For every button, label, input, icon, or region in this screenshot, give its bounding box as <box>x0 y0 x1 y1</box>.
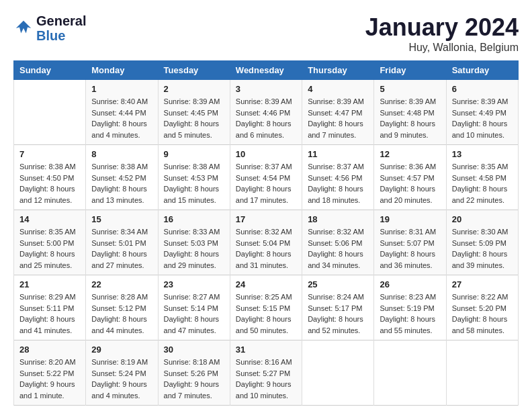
day-number: 10 <box>236 149 296 159</box>
day-cell: 14Sunrise: 8:35 AMSunset: 5:00 PMDayligh… <box>14 210 86 275</box>
day-info: Sunrise: 8:22 AMSunset: 5:20 PMDaylight:… <box>452 291 513 336</box>
day-number: 20 <box>452 214 513 224</box>
day-number: 11 <box>308 149 368 159</box>
week-row-1: 7Sunrise: 8:38 AMSunset: 4:50 PMDaylight… <box>14 145 519 210</box>
day-info: Sunrise: 8:29 AMSunset: 5:11 PMDaylight:… <box>19 291 80 336</box>
day-cell <box>374 340 446 406</box>
logo-text: General Blue <box>36 13 86 43</box>
day-cell: 1Sunrise: 8:40 AMSunset: 4:44 PMDaylight… <box>86 80 158 145</box>
day-number: 4 <box>308 84 368 94</box>
day-number: 31 <box>236 345 296 355</box>
day-cell: 23Sunrise: 8:27 AMSunset: 5:14 PMDayligh… <box>158 275 230 340</box>
page-header: General Blue January 2024 Huy, Wallonia,… <box>13 13 519 54</box>
day-number: 3 <box>236 84 296 94</box>
day-cell: 7Sunrise: 8:38 AMSunset: 4:50 PMDaylight… <box>14 145 86 210</box>
month-title: January 2024 <box>365 13 519 42</box>
day-cell: 3Sunrise: 8:39 AMSunset: 4:46 PMDaylight… <box>230 80 302 145</box>
day-cell: 9Sunrise: 8:38 AMSunset: 4:53 PMDaylight… <box>158 145 230 210</box>
day-info: Sunrise: 8:30 AMSunset: 5:09 PMDaylight:… <box>452 226 513 271</box>
day-cell: 21Sunrise: 8:29 AMSunset: 5:11 PMDayligh… <box>14 275 86 340</box>
day-info: Sunrise: 8:34 AMSunset: 5:01 PMDaylight:… <box>91 226 152 271</box>
day-cell: 24Sunrise: 8:25 AMSunset: 5:15 PMDayligh… <box>230 275 302 340</box>
day-info: Sunrise: 8:39 AMSunset: 4:49 PMDaylight:… <box>452 96 513 140</box>
day-info: Sunrise: 8:38 AMSunset: 4:53 PMDaylight:… <box>164 161 224 205</box>
day-info: Sunrise: 8:24 AMSunset: 5:17 PMDaylight:… <box>308 291 368 336</box>
week-row-2: 14Sunrise: 8:35 AMSunset: 5:00 PMDayligh… <box>14 210 519 275</box>
calendar-table: SundayMondayTuesdayWednesdayThursdayFrid… <box>13 60 519 406</box>
header-saturday: Saturday <box>446 61 518 80</box>
day-info: Sunrise: 8:35 AMSunset: 4:58 PMDaylight:… <box>452 161 513 205</box>
header-monday: Monday <box>86 61 158 80</box>
day-number: 18 <box>308 214 368 224</box>
day-number: 6 <box>452 84 513 94</box>
day-cell <box>446 340 518 406</box>
day-cell: 2Sunrise: 8:39 AMSunset: 4:45 PMDaylight… <box>158 80 230 145</box>
calendar-header-row: SundayMondayTuesdayWednesdayThursdayFrid… <box>14 61 519 80</box>
day-cell: 30Sunrise: 8:18 AMSunset: 5:26 PMDayligh… <box>158 340 230 406</box>
day-cell: 17Sunrise: 8:32 AMSunset: 5:04 PMDayligh… <box>230 210 302 275</box>
day-number: 27 <box>452 279 513 289</box>
day-cell: 10Sunrise: 8:37 AMSunset: 4:54 PMDayligh… <box>230 145 302 210</box>
day-number: 22 <box>91 279 152 289</box>
day-number: 21 <box>19 279 80 289</box>
header-wednesday: Wednesday <box>230 61 302 80</box>
day-number: 16 <box>164 214 224 224</box>
day-cell: 22Sunrise: 8:28 AMSunset: 5:12 PMDayligh… <box>86 275 158 340</box>
day-info: Sunrise: 8:37 AMSunset: 4:54 PMDaylight:… <box>236 161 296 205</box>
svg-marker-0 <box>16 21 32 34</box>
day-number: 8 <box>91 149 152 159</box>
day-cell: 19Sunrise: 8:31 AMSunset: 5:07 PMDayligh… <box>374 210 446 275</box>
day-cell: 8Sunrise: 8:38 AMSunset: 4:52 PMDaylight… <box>86 145 158 210</box>
day-info: Sunrise: 8:36 AMSunset: 4:57 PMDaylight:… <box>380 161 440 205</box>
title-block: January 2024 Huy, Wallonia, Belgium <box>365 13 519 54</box>
day-number: 9 <box>164 149 224 159</box>
day-cell: 16Sunrise: 8:33 AMSunset: 5:03 PMDayligh… <box>158 210 230 275</box>
day-cell: 20Sunrise: 8:30 AMSunset: 5:09 PMDayligh… <box>446 210 518 275</box>
day-info: Sunrise: 8:18 AMSunset: 5:26 PMDaylight:… <box>164 357 224 401</box>
day-cell: 27Sunrise: 8:22 AMSunset: 5:20 PMDayligh… <box>446 275 518 340</box>
day-cell <box>302 340 374 406</box>
week-row-0: 1Sunrise: 8:40 AMSunset: 4:44 PMDaylight… <box>14 80 519 145</box>
day-info: Sunrise: 8:33 AMSunset: 5:03 PMDaylight:… <box>164 226 224 271</box>
day-number: 7 <box>19 149 80 159</box>
day-number: 19 <box>380 214 440 224</box>
day-info: Sunrise: 8:35 AMSunset: 5:00 PMDaylight:… <box>19 226 80 271</box>
day-info: Sunrise: 8:19 AMSunset: 5:24 PMDaylight:… <box>91 357 152 401</box>
day-info: Sunrise: 8:31 AMSunset: 5:07 PMDaylight:… <box>380 226 440 271</box>
week-row-3: 21Sunrise: 8:29 AMSunset: 5:11 PMDayligh… <box>14 275 519 340</box>
logo: General Blue <box>13 13 86 43</box>
header-tuesday: Tuesday <box>158 61 230 80</box>
day-number: 1 <box>91 84 152 94</box>
day-number: 30 <box>164 345 224 355</box>
day-cell: 6Sunrise: 8:39 AMSunset: 4:49 PMDaylight… <box>446 80 518 145</box>
day-cell: 29Sunrise: 8:19 AMSunset: 5:24 PMDayligh… <box>86 340 158 406</box>
day-number: 2 <box>164 84 224 94</box>
day-info: Sunrise: 8:40 AMSunset: 4:44 PMDaylight:… <box>91 96 152 140</box>
day-info: Sunrise: 8:39 AMSunset: 4:47 PMDaylight:… <box>308 96 368 140</box>
day-number: 24 <box>236 279 296 289</box>
day-number: 28 <box>19 345 80 355</box>
day-cell: 18Sunrise: 8:32 AMSunset: 5:06 PMDayligh… <box>302 210 374 275</box>
day-info: Sunrise: 8:28 AMSunset: 5:12 PMDaylight:… <box>91 291 152 336</box>
day-info: Sunrise: 8:32 AMSunset: 5:04 PMDaylight:… <box>236 226 296 271</box>
day-number: 14 <box>19 214 80 224</box>
day-number: 15 <box>91 214 152 224</box>
day-info: Sunrise: 8:38 AMSunset: 4:50 PMDaylight:… <box>19 161 80 205</box>
day-info: Sunrise: 8:39 AMSunset: 4:46 PMDaylight:… <box>236 96 296 140</box>
day-cell: 5Sunrise: 8:39 AMSunset: 4:48 PMDaylight… <box>374 80 446 145</box>
week-row-4: 28Sunrise: 8:20 AMSunset: 5:22 PMDayligh… <box>14 340 519 406</box>
day-cell: 12Sunrise: 8:36 AMSunset: 4:57 PMDayligh… <box>374 145 446 210</box>
day-info: Sunrise: 8:20 AMSunset: 5:22 PMDaylight:… <box>19 357 80 401</box>
day-cell <box>14 80 86 145</box>
day-number: 13 <box>452 149 513 159</box>
header-friday: Friday <box>374 61 446 80</box>
day-cell: 11Sunrise: 8:37 AMSunset: 4:56 PMDayligh… <box>302 145 374 210</box>
day-number: 5 <box>380 84 440 94</box>
day-info: Sunrise: 8:25 AMSunset: 5:15 PMDaylight:… <box>236 291 296 336</box>
day-number: 17 <box>236 214 296 224</box>
header-sunday: Sunday <box>14 61 86 80</box>
day-info: Sunrise: 8:32 AMSunset: 5:06 PMDaylight:… <box>308 226 368 271</box>
logo-icon <box>13 18 34 38</box>
day-number: 23 <box>164 279 224 289</box>
day-info: Sunrise: 8:23 AMSunset: 5:19 PMDaylight:… <box>380 291 440 336</box>
